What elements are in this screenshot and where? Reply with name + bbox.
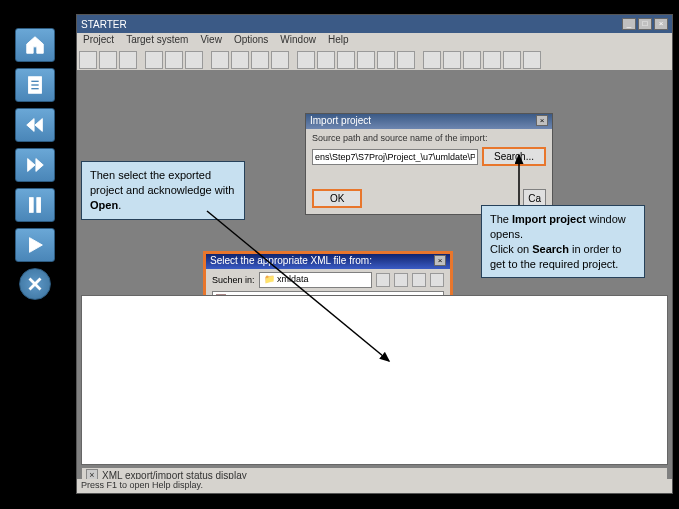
rewind-icon (24, 114, 46, 136)
toolbar-button[interactable] (251, 51, 269, 69)
dialog-title: Select the appropriate XML file from: (210, 255, 372, 268)
toolbar-button[interactable] (211, 51, 229, 69)
toolbar-separator (205, 51, 209, 69)
toolbar-button[interactable] (397, 51, 415, 69)
toolbar-button[interactable] (337, 51, 355, 69)
home-icon (24, 34, 46, 56)
toolbar-button[interactable] (231, 51, 249, 69)
menubar: Project Target system View Options Windo… (77, 33, 672, 49)
dialog-titlebar: Select the appropriate XML file from: × (206, 254, 450, 269)
nav-forward-button[interactable] (15, 148, 55, 182)
window-titlebar: STARTER _ □ × (77, 15, 672, 33)
window-minimize-button[interactable]: _ (622, 18, 636, 30)
toolbar-button[interactable] (165, 51, 183, 69)
pause-icon (24, 194, 46, 216)
toolbar-button[interactable] (503, 51, 521, 69)
close-icon (24, 273, 46, 295)
menu-item[interactable]: Options (234, 34, 268, 48)
toolbar-separator (417, 51, 421, 69)
toolbar-button[interactable] (99, 51, 117, 69)
toolbar-button[interactable] (119, 51, 137, 69)
nav-home-button[interactable] (15, 28, 55, 62)
document-icon (24, 74, 46, 96)
toolbar-button[interactable] (423, 51, 441, 69)
nav-play-button[interactable] (15, 228, 55, 262)
menu-item[interactable]: View (200, 34, 222, 48)
dialog-close-button[interactable]: × (536, 115, 548, 126)
starter-window: STARTER _ □ × Project Target system View… (76, 14, 673, 494)
toolbar-button[interactable] (145, 51, 163, 69)
dialog-close-button[interactable]: × (434, 255, 446, 266)
toolbar-button[interactable] (271, 51, 289, 69)
workspace: Import project × Source path and source … (77, 71, 672, 479)
toolbar-button[interactable] (317, 51, 335, 69)
output-pane (81, 295, 668, 465)
svg-rect-4 (30, 198, 34, 213)
window-title: STARTER (81, 19, 127, 30)
ok-button[interactable]: OK (312, 189, 362, 208)
toolbar-button[interactable] (443, 51, 461, 69)
toolbar (77, 49, 672, 71)
toolbar-button[interactable] (297, 51, 315, 69)
play-icon (24, 234, 46, 256)
up-folder-icon[interactable] (376, 273, 390, 287)
toolbar-button[interactable] (185, 51, 203, 69)
nav-document-button[interactable] (15, 68, 55, 102)
lookin-label: Suchen in: (212, 275, 255, 285)
menu-item[interactable]: Project (83, 34, 114, 48)
svg-rect-5 (37, 198, 41, 213)
import-path-label: Source path and source name of the impor… (312, 133, 546, 143)
nav-back-button[interactable] (15, 108, 55, 142)
search-button[interactable]: Search... (482, 147, 546, 166)
view-list-icon[interactable] (412, 273, 426, 287)
window-maximize-button[interactable]: □ (638, 18, 652, 30)
import-path-input[interactable] (312, 149, 478, 165)
nav-close-button[interactable] (19, 268, 51, 300)
window-close-button[interactable]: × (654, 18, 668, 30)
dialog-titlebar: Import project × (306, 114, 552, 129)
view-detail-icon[interactable] (430, 273, 444, 287)
import-project-dialog: Import project × Source path and source … (305, 113, 553, 215)
menu-item[interactable]: Help (328, 34, 349, 48)
toolbar-button[interactable] (463, 51, 481, 69)
callout-right: The Import project window opens. Click o… (481, 205, 645, 278)
callout-left: Then select the exported project and ack… (81, 161, 245, 220)
toolbar-button[interactable] (483, 51, 501, 69)
menu-item[interactable]: Target system (126, 34, 188, 48)
toolbar-button[interactable] (357, 51, 375, 69)
toolbar-separator (291, 51, 295, 69)
statusbar-text: Press F1 to open Help display. (81, 480, 203, 490)
statusbar: Press F1 to open Help display. (77, 479, 672, 493)
new-folder-icon[interactable] (394, 273, 408, 287)
toolbar-button[interactable] (523, 51, 541, 69)
toolbar-button[interactable] (377, 51, 395, 69)
dialog-title: Import project (310, 115, 371, 128)
tutorial-nav (15, 28, 55, 300)
nav-pause-button[interactable] (15, 188, 55, 222)
toolbar-separator (139, 51, 143, 69)
fastforward-icon (24, 154, 46, 176)
toolbar-button[interactable] (79, 51, 97, 69)
lookin-combo[interactable]: 📁 xmldata (259, 272, 372, 288)
menu-item[interactable]: Window (280, 34, 316, 48)
